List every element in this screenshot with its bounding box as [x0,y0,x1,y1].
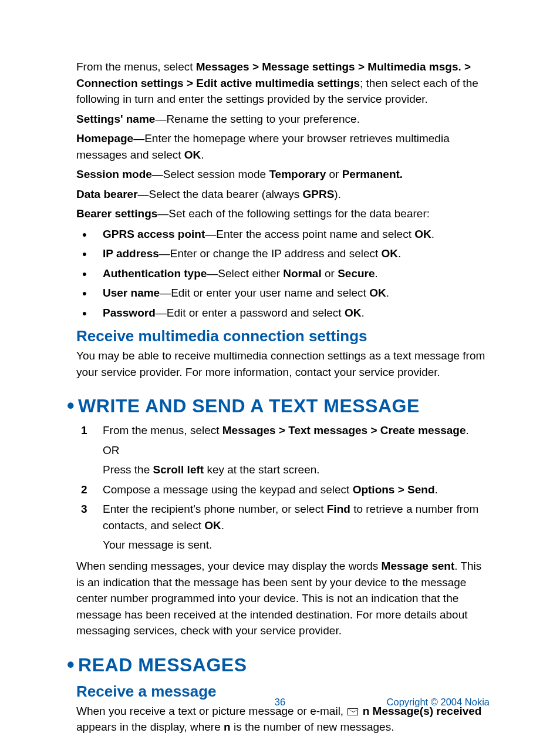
step-1-sub-pre: Press the [103,463,153,476]
step-3: 3 Enter the recipient's phone number, or… [76,501,490,553]
step-2-pre: Compose a message using the keypad and s… [103,483,353,496]
bearer-item-3-text2: . [386,287,389,299]
bearer-item-4-text2: . [361,307,364,319]
intro-prefix: From the menus, select [76,60,196,73]
setting-bsettings-text: —Set each of the following settings for … [157,207,430,220]
setting-homepage: Homepage—Enter the homepage where your b… [76,130,490,163]
bearer-item-4-ok: OK [345,307,362,319]
bearer-item-2-opt2: Secure [338,267,375,280]
step-2-post: . [435,483,438,496]
step-1-sub-post: key at the start screen. [204,463,319,476]
note-pre: When sending messages, your device may d… [76,560,382,572]
write-send-heading-text: WRITE AND SEND A TEXT MESSAGE [78,395,420,416]
write-send-heading: •WRITE AND SEND A TEXT MESSAGE [67,393,490,418]
step-3-bold2: OK [204,519,221,532]
receive-mm-heading: Receive multimedia connection settings [76,327,490,345]
intro-paragraph: From the menus, select Messages > Messag… [76,59,490,107]
setting-bearer-label: Data bearer [76,188,138,200]
bearer-item-1-text1: —Enter or change the IP address and sele… [159,247,382,260]
setting-session: Session mode—Select session mode Tempora… [76,166,490,183]
bearer-item-3-text1: —Edit or enter your user name and select [160,287,369,299]
setting-name: Settings' name—Rename the setting to you… [76,111,490,127]
write-send-note: When sending messages, your device may d… [76,558,490,639]
bearer-bullet-list: GPRS access point—Enter the access point… [76,226,490,321]
note-bold: Message sent [382,560,455,572]
envelope-icon [348,708,358,715]
bearer-item-1-ok: OK [382,247,399,260]
read-heading-text: READ MESSAGES [78,654,247,675]
bearer-item-1-label: IP address [103,247,159,260]
bearer-item-4-text1: —Edit or enter a password and select [156,307,345,319]
copyright-text: Copyright © 2004 Nokia [387,697,490,708]
bearer-item-0-label: GPRS access point [103,228,205,240]
page-number: 36 [275,697,285,708]
setting-session-opt1: Temporary [269,168,326,180]
setting-homepage-label: Homepage [76,132,133,144]
setting-session-label: Session mode [76,168,152,180]
setting-bsettings: Bearer settings—Set each of the followin… [76,206,490,222]
setting-name-label: Settings' name [76,113,155,125]
step-2: 2 Compose a message using the keypad and… [76,482,490,498]
setting-homepage-text2: . [201,149,204,161]
setting-bearer-gprs: GPRS [302,188,334,200]
setting-homepage-ok: OK [184,149,201,161]
step-1-post: . [466,424,469,436]
step-3-num: 3 [81,501,87,517]
bullet-icon: • [67,653,75,677]
write-send-steps: 1 From the menus, select Messages > Text… [76,422,490,553]
bearer-item-3-label: User name [103,287,160,299]
step-1-sub: Press the Scroll left key at the start s… [103,462,490,478]
step-1-pre: From the menus, select [103,424,222,436]
bearer-item-4-label: Password [103,307,156,319]
bearer-item-3: User name—Edit or enter your user name a… [76,284,490,301]
bearer-item-0-text2: . [431,228,434,240]
bearer-item-0-text1: —Enter the access point name and select [205,228,414,240]
bearer-item-2-label: Authentication type [103,267,207,280]
bearer-item-0-ok: OK [414,228,431,240]
receive-msg-bold2: n [224,721,231,733]
bearer-item-2-text1: —Select either [207,267,283,280]
bearer-item-3-ok: OK [369,287,386,299]
step-1: 1 From the menus, select Messages > Text… [76,422,490,478]
step-1-or: OR [103,442,490,459]
bearer-item-1-text2: . [398,247,401,260]
receive-msg-mid: appears in the display, where [76,721,224,733]
step-3-pre: Enter the recipient's phone number, or s… [103,503,327,515]
step-3-post: . [221,519,224,532]
step-3-bold1: Find [327,503,350,515]
step-2-num: 2 [81,482,87,498]
bearer-item-0: GPRS access point—Enter the access point… [76,226,490,243]
bearer-item-2-opt1: Normal [283,267,321,280]
setting-bearer: Data bearer—Select the data bearer (alwa… [76,186,490,203]
receive-msg-pre: When you receive a text or picture messa… [76,705,346,717]
step-1-num: 1 [81,422,87,439]
bearer-item-4: Password—Edit or enter a password and se… [76,304,490,321]
step-1-path: Messages > Text messages > Create messag… [222,424,466,436]
step-3-sub: Your message is sent. [103,537,490,553]
setting-session-or: or [326,168,342,180]
bearer-item-2-text2: . [375,267,378,280]
step-2-path: Options > Send [353,483,435,496]
setting-bsettings-label: Bearer settings [76,207,157,220]
read-heading: •READ MESSAGES [67,652,490,677]
receive-msg-post: is the number of new messages. [231,721,394,733]
bearer-item-1: IP address—Enter or change the IP addres… [76,245,490,262]
bearer-item-2-or: or [322,267,338,280]
bearer-item-2: Authentication type—Select either Normal… [76,265,490,282]
bullet-icon: • [67,394,75,418]
setting-name-text: —Rename the setting to your preference. [155,113,360,125]
setting-bearer-text2: ). [334,188,341,200]
receive-mm-text: You may be able to receive multimedia co… [76,348,490,380]
setting-session-opt2: Permanent. [342,168,403,180]
step-1-sub-bold: Scroll left [153,463,204,476]
setting-bearer-text1: —Select the data bearer (always [138,188,303,200]
setting-session-text1: —Select session mode [152,168,269,180]
